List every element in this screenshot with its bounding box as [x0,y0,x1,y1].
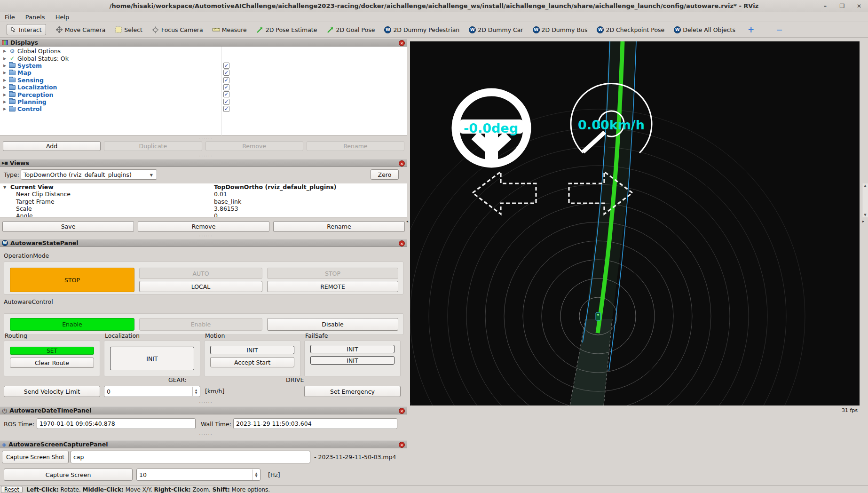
close-datetime-icon[interactable]: ✕ [399,408,405,414]
display-checkbox[interactable] [223,70,229,76]
velocity-limit-spinner[interactable]: 0 ▲▼ [104,386,200,397]
enable-active-button[interactable]: Enable [10,318,134,331]
view-row-target-frame[interactable]: Target Frame base_link [0,198,407,205]
motion-init-button[interactable]: INIT [210,346,294,354]
tree-row-global-status[interactable]: ▶ ✓ Global Status: Ok [0,55,407,62]
collapse-toolbar-button[interactable]: − [776,25,782,34]
tool-2d-dummy-pedestrian[interactable]: W 2D Dummy Pedestrian [384,26,459,33]
stop-active-button[interactable]: STOP [10,268,134,292]
minimize-button[interactable]: – [820,1,830,11]
collapse-right-panel-icon[interactable]: ▸ [862,219,864,223]
expand-icon[interactable]: ▶ [3,56,7,61]
expand-icon[interactable]: ▶ [3,107,7,111]
add-button[interactable]: Add [3,141,101,151]
maximize-button[interactable]: ❐ [837,1,847,11]
splitter-handle[interactable]: ······ [192,235,220,238]
accept-start-button[interactable]: Accept Start [210,357,294,367]
remove-button[interactable]: Remove [205,141,303,151]
display-checkbox[interactable] [223,77,229,83]
splitter-handle[interactable]: ······ [192,137,220,140]
display-checkbox[interactable] [223,91,229,97]
views-panel-header[interactable]: ▶■ Views ✕ [0,159,407,167]
remove-view-button[interactable]: Remove [138,221,269,232]
collapse-left-panel-icon[interactable]: ◂ [406,219,408,223]
menu-panels[interactable]: Panels [25,14,45,21]
close-button[interactable]: ✕ [854,1,864,11]
rename-view-button[interactable]: Rename [273,221,405,232]
expand-icon[interactable]: ▶ [3,64,7,68]
tool-select[interactable]: Select [115,26,142,33]
close-capture-icon[interactable]: ✕ [399,442,405,448]
display-checkbox[interactable] [223,106,229,112]
tree-row-global-options[interactable]: ▶ ⚙ Global Options [0,48,407,55]
tool-measure[interactable]: Measure [213,26,247,33]
disable-button[interactable]: Disable [267,318,398,331]
expand-icon[interactable]: ▶ [3,85,7,89]
view-type-dropdown[interactable]: TopDownOrtho (rviz_default_plugins) ▼ [21,169,157,180]
display-checkbox[interactable] [223,63,229,69]
view-row-current[interactable]: ▼ Current View TopDownOrtho (rviz_defaul… [0,183,407,191]
local-button[interactable]: LOCAL [139,281,262,292]
autoware-state-panel-header[interactable]: W AutowareStatePanel ✕ [0,239,407,247]
rename-button[interactable]: Rename [307,141,404,151]
tool-2d-dummy-car[interactable]: W 2D Dummy Car [469,26,523,33]
capture-rate-spinner[interactable]: 10 ▲▼ [136,469,260,481]
titlebar[interactable]: /home/hisaki/workspace/AutomotiveAIChall… [0,0,868,12]
tree-row-planning[interactable]: ▶ Planning [0,98,407,105]
capture-panel-header[interactable]: ◈ AutowareScreenCapturePanel ✕ [0,440,407,448]
close-views-icon[interactable]: ✕ [399,160,405,167]
splitter-handle[interactable]: ······ [192,402,220,405]
close-state-panel-icon[interactable]: ✕ [399,240,405,246]
splitter-handle[interactable]: ······ [192,155,220,158]
expand-icon[interactable]: ▶ [3,49,7,53]
scroll-down-icon[interactable]: ▼ [864,213,866,217]
capture-screen-shot-button[interactable]: Capture Screen Shot [2,451,69,463]
send-velocity-limit-button[interactable]: Send Velocity Limit [4,386,100,397]
clear-route-button[interactable]: Clear Route [10,358,94,368]
tool-delete-all-objects[interactable]: W Delete All Objects [674,26,735,33]
scroll-up-icon[interactable]: ▲ [864,184,866,188]
localization-init-button[interactable]: INIT [110,347,194,370]
collapse-icon[interactable]: ▼ [3,185,6,190]
menu-help[interactable]: Help [55,14,70,21]
tree-row-control[interactable]: ▶ Control [0,105,407,112]
expand-icon[interactable]: ▶ [3,100,7,104]
expand-icon[interactable]: ▶ [3,93,7,97]
view-row-scale[interactable]: Scale 3.86153 [0,205,407,212]
stop-disabled-button[interactable]: STOP [267,268,398,279]
expand-icon[interactable]: ▶ [3,71,7,75]
view-row-angle[interactable]: Angle 0 [0,212,407,217]
reset-button[interactable]: Reset [1,486,23,493]
wall-time-field[interactable]: 2023-11-29 11:50:03.604 [233,418,397,429]
splitter-handle[interactable]: ······ [192,434,220,437]
tree-row-sensing[interactable]: ▶ Sensing [0,77,407,84]
tool-2d-pose-estimate[interactable]: 2D Pose Estimate [256,26,317,33]
menu-file[interactable]: File [5,14,15,21]
display-checkbox[interactable] [223,84,229,90]
routing-set-button[interactable]: SET [10,347,94,355]
3d-viewport[interactable]: -0.0deg 0.00km/h [410,41,860,406]
spinner-arrows-icon[interactable]: ▲▼ [253,469,260,480]
tree-row-perception[interactable]: ▶ Perception [0,91,407,98]
tree-row-map[interactable]: ▶ Map [0,69,407,76]
display-checkbox[interactable] [223,99,229,105]
capture-filename-input[interactable]: cap [71,451,310,463]
set-emergency-button[interactable]: Set Emergency [304,386,401,397]
remote-button[interactable]: REMOTE [267,281,398,292]
tree-row-system[interactable]: ▶ System [0,62,407,69]
tool-2d-goal-pose[interactable]: 2D Goal Pose [326,26,375,33]
tool-interact[interactable]: Interact [7,24,46,35]
zero-button[interactable]: Zero [371,169,399,180]
duplicate-button[interactable]: Duplicate [104,141,202,151]
failsafe-init2-button[interactable]: INIT [310,356,395,365]
tool-focus-camera[interactable]: Focus Camera [152,26,203,33]
views-scrollbar[interactable]: ▲▼ [862,183,868,217]
displays-panel-header[interactable]: Displays ✕ [0,39,407,47]
enable-disabled-button[interactable]: Enable [139,318,262,331]
add-tool-button[interactable]: + [748,25,754,34]
spinner-arrows-icon[interactable]: ▲▼ [192,387,199,396]
view-row-near-clip[interactable]: Near Clip Distance 0.01 [0,191,407,198]
tool-2d-checkpoint-pose[interactable]: W 2D Checkpoint Pose [597,26,664,33]
capture-screen-button[interactable]: Capture Screen [4,469,133,481]
tool-2d-dummy-bus[interactable]: W 2D Dummy Bus [533,26,588,33]
